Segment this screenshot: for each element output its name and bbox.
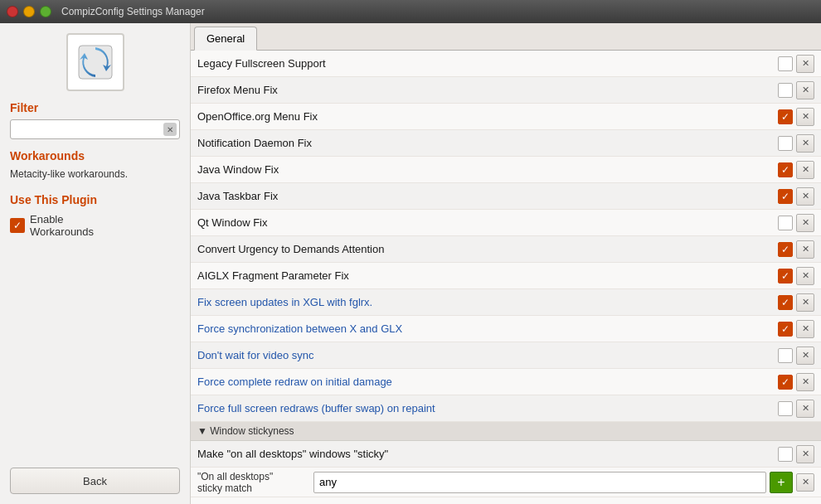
item-checkbox[interactable]: ✓ [778,242,793,257]
close-button[interactable] [7,6,18,17]
minimize-button[interactable] [23,6,35,17]
list-item: Java Taskbar Fix✓✕ [191,183,821,210]
sticky-config-button[interactable]: ✕ [796,445,814,463]
item-config-button[interactable]: ✕ [796,400,814,418]
item-checkbox[interactable]: ✓ [778,109,793,124]
item-label: Notification Daemon Fix [197,137,778,149]
item-label: Qt Window Fix [197,216,778,229]
filter-input-wrap: ✕ [10,119,180,139]
checkbox-wrap: ✓✕ [778,187,814,206]
list-item: Notification Daemon Fix✕ [191,130,821,157]
sticky-match-add-button[interactable]: + [770,472,793,493]
item-config-button[interactable]: ✕ [796,373,814,391]
item-checkbox[interactable]: ✓ [778,189,793,204]
item-checkbox[interactable] [778,401,793,416]
item-checkbox[interactable]: ✓ [778,322,793,337]
item-label: Force complete redraw on initial damage [197,376,778,388]
list-item: Firefox Menu Fix✕ [191,77,821,104]
checkbox-wrap: ✕ [778,346,814,365]
item-config-button[interactable]: ✕ [796,267,814,285]
enable-plugin-label: Enable Workarounds [30,213,94,238]
sidebar: Filter ✕ Workarounds Metacity-like worka… [0,23,191,504]
sticky-match-config-button[interactable]: ✕ [796,473,814,492]
item-label: Force synchronization between X and GLX [197,322,778,335]
checkbox-wrap: ✓✕ [778,240,814,259]
item-config-button[interactable]: ✕ [796,320,814,338]
item-config-button[interactable]: ✕ [796,214,814,232]
item-checkbox[interactable]: ✓ [778,269,793,284]
use-plugin-heading: Use This Plugin [10,193,97,206]
app-body: Filter ✕ Workarounds Metacity-like worka… [0,23,821,504]
item-checkbox[interactable] [778,216,793,230]
sticky-list-item: Make "on all desktops" windows "sticky"✕ [191,441,821,468]
back-button[interactable]: Back [10,468,180,494]
item-checkbox[interactable]: ✓ [778,162,793,177]
item-config-button[interactable]: ✕ [796,134,814,153]
checkbox-wrap: ✕ [778,134,814,153]
item-config-button[interactable]: ✕ [796,346,814,365]
workarounds-heading: Workarounds [10,149,85,162]
window-title: CompizConfig Settings Manager [61,6,205,17]
checkbox-wrap: ✕ [778,55,814,73]
settings-list: Legacy Fullscreen Support✕Firefox Menu F… [191,51,821,504]
tab-bar: General [191,23,821,51]
filter-label: Filter [10,101,38,114]
item-config-button[interactable]: ✕ [796,108,814,126]
item-config-button[interactable]: ✕ [796,81,814,99]
list-item: Force synchronization between X and GLX✓… [191,316,821,342]
item-label: Java Taskbar Fix [197,190,778,202]
enable-plugin-checkbox[interactable]: ✓ [10,218,25,233]
content-area: General Legacy Fullscreen Support✕Firefo… [191,23,821,504]
window-stickyness-header: ▼ Window stickyness [191,422,821,441]
item-config-button[interactable]: ✕ [796,55,814,73]
tab-general[interactable]: General [194,27,257,51]
checkbox-wrap: ✓✕ [778,320,814,338]
item-label: OpenOffice.org Menu Fix [197,110,778,123]
list-item: OpenOffice.org Menu Fix✓✕ [191,104,821,130]
sticky-match-row: "On all desktops" sticky match+✕ [191,468,821,497]
checkbox-wrap: ✓✕ [778,161,814,179]
enable-plugin-row: ✓ Enable Workarounds [10,213,94,238]
item-label: Don't wait for video sync [197,349,778,361]
plugin-icon [66,33,124,91]
list-item: Don't wait for video sync✕ [191,342,821,369]
list-item: Legacy Fullscreen Support✕ [191,51,821,77]
item-config-button[interactable]: ✕ [796,293,814,312]
item-config-button[interactable]: ✕ [796,240,814,259]
item-label: AIGLX Fragment Parameter Fix [197,269,778,282]
checkbox-wrap: ✕ [778,81,814,99]
item-label: Legacy Fullscreen Support [197,57,778,70]
item-checkbox[interactable]: ✓ [778,375,793,390]
item-checkbox[interactable]: ✓ [778,295,793,310]
filter-clear-button[interactable]: ✕ [163,123,177,136]
maximize-button[interactable] [40,6,51,17]
list-item: Force full screen redraws (buffer swap) … [191,395,821,422]
item-label: Force full screen redraws (buffer swap) … [197,402,778,414]
item-label: Firefox Menu Fix [197,84,778,96]
list-item: Force complete redraw on initial damage✓… [191,369,821,395]
sticky-match-input[interactable] [313,472,766,493]
filter-input[interactable] [10,119,180,139]
item-config-button[interactable]: ✕ [796,161,814,179]
item-label: Java Window Fix [197,163,778,176]
titlebar: CompizConfig Settings Manager [0,0,821,23]
checkbox-wrap: ✓✕ [778,293,814,312]
sticky-checkbox[interactable] [778,447,793,462]
plugin-icon-svg [75,41,116,83]
item-checkbox[interactable] [778,56,793,71]
item-config-button[interactable]: ✕ [796,187,814,206]
item-label: Convert Urgency to Demands Attention [197,243,778,255]
checkbox-wrap: ✕ [778,214,814,232]
list-item: Convert Urgency to Demands Attention✓✕ [191,236,821,263]
item-checkbox[interactable] [778,348,793,363]
checkbox-wrap: ✕ [778,400,814,418]
sticky-checkbox-wrap: ✕ [778,445,814,463]
item-checkbox[interactable] [778,83,793,98]
item-checkbox[interactable] [778,136,793,151]
item-label: Fix screen updates in XGL with fglrx. [197,296,778,308]
sticky-match-label: "On all desktops" sticky match [197,471,313,494]
checkbox-wrap: ✓✕ [778,373,814,391]
list-item: Java Window Fix✓✕ [191,157,821,183]
list-item: Fix screen updates in XGL with fglrx.✓✕ [191,289,821,316]
list-item: Qt Window Fix✕ [191,210,821,236]
